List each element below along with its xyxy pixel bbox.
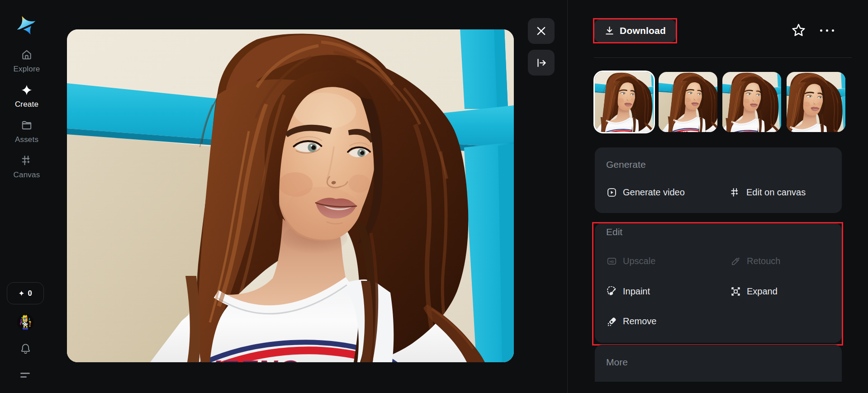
svg-text:HD: HD	[610, 260, 614, 263]
